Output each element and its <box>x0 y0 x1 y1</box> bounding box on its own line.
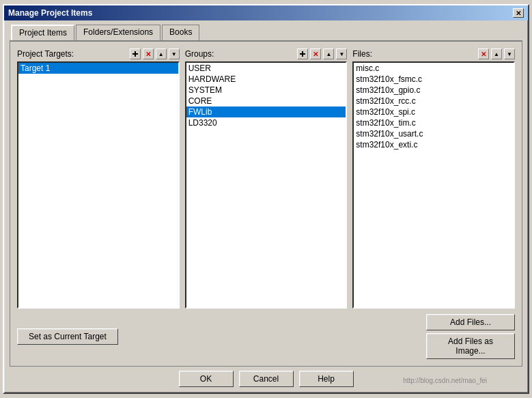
help-button[interactable]: Help <box>299 371 354 387</box>
targets-down-icon[interactable]: ▼ <box>169 48 180 59</box>
list-item[interactable]: FWLib <box>186 106 346 117</box>
right-buttons: Add Files... Add Files as Image... <box>426 314 515 359</box>
groups-panel: Groups: ✕ ▲ ▼ USER HARDWARE SYSTEM CORE … <box>185 48 348 309</box>
bottom-action-row: Set as Current Target Add Files... Add F… <box>17 314 515 359</box>
list-item[interactable]: Target 1 <box>18 63 178 74</box>
tab-project-items[interactable]: Project Items <box>11 25 74 40</box>
groups-up-icon[interactable]: ▲ <box>323 48 334 59</box>
list-item[interactable]: stm32f10x_fsmc.c <box>354 74 514 85</box>
footer-row: OK Cancel http://blog.csdn.net/mao_fei H… <box>4 367 528 393</box>
add-files-image-button[interactable]: Add Files as Image... <box>426 333 515 359</box>
list-item[interactable]: stm32f10x_tim.c <box>354 117 514 128</box>
tab-folders-extensions[interactable]: Folders/Extensions <box>76 25 160 40</box>
groups-delete-icon[interactable]: ✕ <box>310 48 321 59</box>
project-targets-listbox[interactable]: Target 1 <box>17 61 180 309</box>
files-up-icon[interactable]: ▲ <box>491 48 502 59</box>
project-targets-label: Project Targets: <box>17 49 128 59</box>
lists-row: Project Targets: ✕ ▲ ▼ Target 1 Groups: <box>17 48 515 309</box>
list-item[interactable]: SYSTEM <box>186 85 346 96</box>
svg-rect-1 <box>135 51 136 57</box>
tabs-bar: Project Items Folders/Extensions Books <box>4 20 528 40</box>
watermark-text: http://blog.csdn.net/mao_fei <box>403 377 487 384</box>
groups-label: Groups: <box>185 49 296 59</box>
groups-header: Groups: ✕ ▲ ▼ <box>185 48 348 59</box>
list-item[interactable]: stm32f10x_exti.c <box>354 139 514 150</box>
project-targets-header: Project Targets: ✕ ▲ ▼ <box>17 48 180 59</box>
list-item[interactable]: stm32f10x_usart.c <box>354 128 514 139</box>
list-item[interactable]: stm32f10x_spi.c <box>354 106 514 117</box>
list-item[interactable]: CORE <box>186 96 346 106</box>
groups-down-icon[interactable]: ▼ <box>336 48 347 59</box>
title-bar: Manage Project Items ✕ <box>4 5 528 20</box>
set-current-target-button[interactable]: Set as Current Target <box>17 328 118 345</box>
add-files-button[interactable]: Add Files... <box>426 314 515 330</box>
files-listbox[interactable]: misc.c stm32f10x_fsmc.c stm32f10x_gpio.c… <box>352 61 515 309</box>
list-item[interactable]: LD3320 <box>186 117 346 128</box>
list-item[interactable]: stm32f10x_rcc.c <box>354 96 514 106</box>
targets-new-icon[interactable] <box>130 48 141 59</box>
ok-button[interactable]: OK <box>179 371 234 387</box>
cancel-button[interactable]: Cancel <box>239 371 294 387</box>
window-title: Manage Project Items <box>8 8 92 18</box>
manage-project-window: Manage Project Items ✕ Project Items Fol… <box>3 4 529 394</box>
list-item[interactable]: USER <box>186 63 346 74</box>
svg-rect-3 <box>302 51 303 57</box>
close-button[interactable]: ✕ <box>513 8 524 18</box>
list-item[interactable]: stm32f10x_gpio.c <box>354 85 514 96</box>
tab-content: Project Targets: ✕ ▲ ▼ Target 1 Groups: <box>10 40 522 367</box>
files-down-icon[interactable]: ▼ <box>504 48 515 59</box>
list-item[interactable]: misc.c <box>354 63 514 74</box>
groups-listbox[interactable]: USER HARDWARE SYSTEM CORE FWLib LD3320 <box>185 61 348 309</box>
groups-new-icon[interactable] <box>297 48 308 59</box>
files-panel: Files: ✕ ▲ ▼ misc.c stm32f10x_fsmc.c stm… <box>352 48 515 309</box>
files-label: Files: <box>352 49 476 59</box>
files-delete-icon[interactable]: ✕ <box>478 48 489 59</box>
list-item[interactable]: HARDWARE <box>186 74 346 85</box>
project-targets-panel: Project Targets: ✕ ▲ ▼ Target 1 <box>17 48 180 309</box>
targets-delete-icon[interactable]: ✕ <box>143 48 154 59</box>
tab-books[interactable]: Books <box>162 25 199 40</box>
files-header: Files: ✕ ▲ ▼ <box>352 48 515 59</box>
targets-up-icon[interactable]: ▲ <box>156 48 167 59</box>
